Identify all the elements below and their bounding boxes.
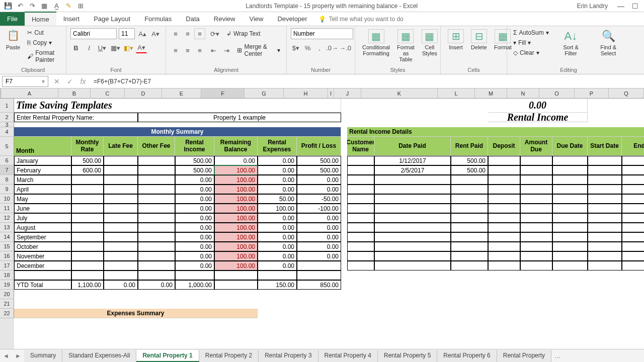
- italic-button[interactable]: I: [84, 42, 95, 53]
- income-11[interactable]: 0.00: [175, 261, 214, 270]
- delete-cells-button[interactable]: ⊟Delete: [468, 28, 490, 51]
- pl-0[interactable]: 500.00: [297, 156, 341, 165]
- det-10-11[interactable]: [451, 204, 488, 213]
- row-header-7[interactable]: 7: [0, 165, 14, 175]
- number-format-select[interactable]: [291, 28, 353, 39]
- expense-3[interactable]: 0.00: [258, 185, 297, 194]
- paste-button[interactable]: Paste: [4, 43, 22, 51]
- percent-icon[interactable]: %: [303, 42, 313, 53]
- tab-formulas[interactable]: Formulas: [137, 12, 179, 26]
- col-header-J[interactable]: J: [334, 88, 361, 99]
- other-6[interactable]: [138, 213, 175, 223]
- row-header-6[interactable]: 6: [0, 156, 14, 165]
- income-7[interactable]: 0.00: [175, 223, 214, 232]
- row-header-3[interactable]: 3: [0, 122, 14, 127]
- income-2[interactable]: 0.00: [175, 175, 214, 185]
- det-7-13[interactable]: [520, 175, 552, 185]
- sheet-tab-6[interactable]: Rental Property 5: [378, 350, 437, 362]
- row-header-21[interactable]: 21: [0, 299, 14, 309]
- expense-5[interactable]: 100.00: [258, 204, 297, 213]
- det-16-9[interactable]: [347, 261, 374, 270]
- det-5-13[interactable]: [520, 156, 552, 165]
- pl-1[interactable]: 500.00: [297, 165, 341, 175]
- det-7-16[interactable]: [622, 175, 644, 185]
- rate-10[interactable]: [71, 251, 104, 261]
- col-header-late-fee[interactable]: Late Fee: [104, 137, 138, 156]
- det-10-9[interactable]: [347, 204, 374, 213]
- col2-header-3[interactable]: Deposit: [488, 137, 520, 156]
- row-header-22[interactable]: 22: [0, 309, 14, 318]
- det-12-12[interactable]: [488, 223, 520, 232]
- pl-4[interactable]: -50.00: [297, 194, 341, 204]
- other-9[interactable]: [138, 242, 175, 251]
- late-5[interactable]: [104, 204, 138, 213]
- income-1[interactable]: 500.00: [175, 165, 214, 175]
- row-header-8[interactable]: 8: [0, 175, 14, 185]
- other-11[interactable]: [138, 261, 175, 270]
- qa-icon-2[interactable]: A̲: [50, 1, 62, 11]
- det-14-16[interactable]: [622, 242, 644, 251]
- balance-1[interactable]: 100.00: [214, 165, 258, 175]
- other-10[interactable]: [138, 251, 175, 261]
- col-header-other-fee[interactable]: Other Fee: [138, 137, 175, 156]
- det-11-16[interactable]: [622, 213, 644, 223]
- det-paid-0[interactable]: 500.00: [451, 156, 488, 165]
- det-8-10[interactable]: [374, 185, 451, 194]
- det-9-11[interactable]: [451, 194, 488, 204]
- other-8[interactable]: [138, 232, 175, 242]
- det-16-11[interactable]: [451, 261, 488, 270]
- empty-18-6[interactable]: [258, 270, 297, 280]
- worksheet-grid[interactable]: Time Saving Templates0.00Enter Rental Pr…: [14, 99, 644, 349]
- sheet-tab-3[interactable]: Rental Property 2: [199, 350, 259, 362]
- det-15-10[interactable]: [374, 251, 451, 261]
- det-7-9[interactable]: [347, 175, 374, 185]
- row-header-16[interactable]: 16: [0, 251, 14, 261]
- sheet-tab-0[interactable]: Summary: [24, 350, 62, 362]
- other-0[interactable]: [138, 156, 175, 165]
- qa-icon-1[interactable]: ▦: [38, 1, 50, 11]
- redo-icon[interactable]: ↷: [26, 1, 38, 11]
- other-5[interactable]: [138, 204, 175, 213]
- row-header-4[interactable]: 4: [0, 127, 14, 137]
- income-8[interactable]: 0.00: [175, 232, 214, 242]
- det-14-9[interactable]: [347, 242, 374, 251]
- income-3[interactable]: 0.00: [175, 185, 214, 194]
- det-13-11[interactable]: [451, 232, 488, 242]
- expense-9[interactable]: 0.00: [258, 242, 297, 251]
- col-header-month[interactable]: Month: [14, 137, 71, 156]
- income-9[interactable]: 0.00: [175, 242, 214, 251]
- balance-5[interactable]: 100.00: [214, 204, 258, 213]
- det-5-9[interactable]: [347, 156, 374, 165]
- late-7[interactable]: [104, 223, 138, 232]
- maximize-icon[interactable]: ☐: [628, 2, 642, 10]
- det-12-16[interactable]: [622, 223, 644, 232]
- dec-dec-icon[interactable]: →.0: [340, 42, 351, 53]
- col-header-B[interactable]: B: [58, 88, 91, 99]
- autosum-button[interactable]: ΣAutoSum▾: [511, 28, 551, 37]
- det-12-9[interactable]: [347, 223, 374, 232]
- balance-0[interactable]: 0.00: [214, 156, 258, 165]
- late-10[interactable]: [104, 251, 138, 261]
- det-5-12[interactable]: [488, 156, 520, 165]
- income-10[interactable]: 0.00: [175, 251, 214, 261]
- rate-6[interactable]: [71, 213, 104, 223]
- sheet-tab-2[interactable]: Rental Property 1: [136, 350, 199, 362]
- tab-developer[interactable]: Developer: [270, 12, 314, 26]
- det-7-12[interactable]: [488, 175, 520, 185]
- align-mid-icon[interactable]: ≡: [182, 28, 193, 39]
- tab-page-layout[interactable]: Page Layout: [87, 12, 137, 26]
- row-header-20[interactable]: 20: [0, 290, 14, 299]
- expense-6[interactable]: 0.00: [258, 213, 297, 223]
- row-header-9[interactable]: 9: [0, 185, 14, 194]
- title-cell[interactable]: Time Saving Templates: [14, 99, 341, 113]
- det-14-15[interactable]: [588, 242, 622, 251]
- expense-7[interactable]: 0.00: [258, 223, 297, 232]
- bold-button[interactable]: B: [70, 42, 82, 53]
- col-header-D[interactable]: D: [125, 88, 162, 99]
- orient-icon[interactable]: ⟳▾: [209, 28, 220, 39]
- month-6[interactable]: July: [14, 213, 71, 223]
- det-7-15[interactable]: [588, 175, 622, 185]
- col-header-H[interactable]: H: [284, 88, 328, 99]
- balance-4[interactable]: 100.00: [214, 194, 258, 204]
- empty-18-7[interactable]: [297, 270, 341, 280]
